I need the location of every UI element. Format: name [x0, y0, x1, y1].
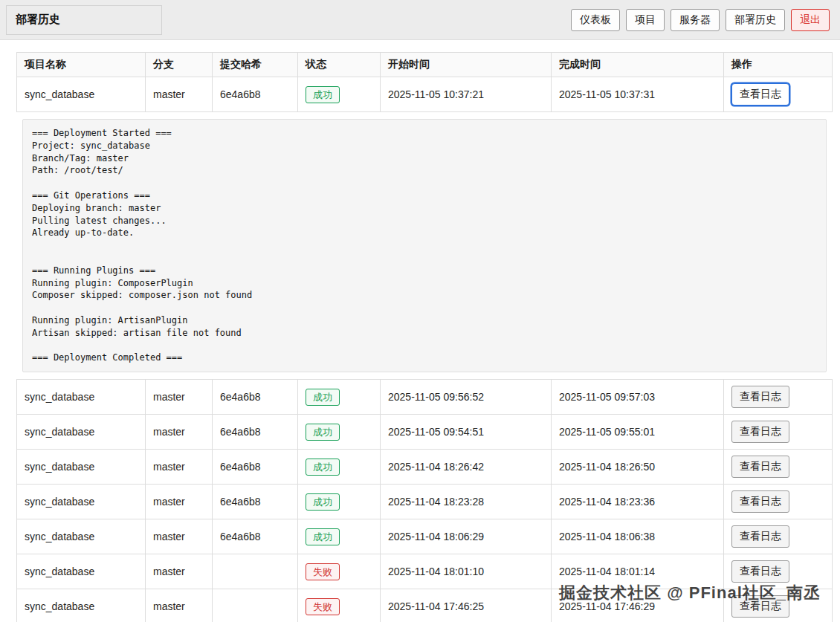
commit-hash-text: 6e4a6b8 [220, 461, 261, 473]
branch-text: master [153, 531, 185, 542]
project-name-text: sync_database [25, 496, 94, 508]
col-header-end-time: 完成时间 [552, 53, 724, 77]
view-log-button[interactable]: 查看日志 [731, 386, 789, 408]
action-cell: 查看日志 [724, 554, 833, 589]
branch-cell: master [146, 415, 213, 450]
project-name-cell: sync_database [17, 77, 146, 112]
commit-hash-text: 6e4a6b8 [220, 426, 261, 438]
end-time-text: 2025-11-05 09:55:01 [559, 426, 655, 438]
deployment-log-text: === Deployment Started === Project: sync… [32, 127, 817, 364]
status-badge: 成功 [306, 459, 340, 476]
end-time-text: 2025-11-04 18:01:14 [559, 566, 655, 577]
end-time-text: 2025-11-04 18:26:50 [559, 461, 655, 473]
commit-hash-text: 6e4a6b8 [220, 391, 261, 403]
project-name-text: sync_database [25, 600, 94, 612]
project-name-text: sync_database [25, 391, 94, 403]
end-time-cell: 2025-11-04 18:06:38 [552, 519, 724, 554]
commit-hash-cell: 6e4a6b8 [213, 519, 298, 554]
deploy-history-table-top: 项目名称 分支 提交哈希 状态 开始时间 完成时间 操作 sync_databa… [16, 52, 833, 112]
branch-cell: master [146, 450, 213, 485]
table-header-row: 项目名称 分支 提交哈希 状态 开始时间 完成时间 操作 [17, 53, 833, 77]
end-time-text: 2025-11-04 17:46:29 [559, 600, 655, 612]
commit-hash-cell [213, 589, 298, 622]
action-cell: 查看日志 [724, 589, 833, 622]
end-time-text: 2025-11-05 10:37:31 [559, 88, 655, 100]
start-time-cell: 2025-11-05 09:54:51 [381, 415, 552, 450]
deployment-log-panel: === Deployment Started === Project: sync… [22, 119, 827, 372]
branch-text: master [153, 426, 185, 438]
nav-deploy-history-button[interactable]: 部署历史 [726, 9, 785, 31]
branch-text: master [153, 600, 185, 612]
start-time-cell: 2025-11-04 18:23:28 [381, 485, 552, 519]
end-time-text: 2025-11-04 18:23:36 [559, 496, 655, 508]
project-name-text: sync_database [25, 531, 94, 542]
view-log-button[interactable]: 查看日志 [731, 560, 789, 583]
table-row: sync_database master 6e4a6b8 成功 2025-11-… [17, 450, 833, 485]
commit-hash-text: 6e4a6b8 [220, 531, 261, 542]
start-time-text: 2025-11-04 18:01:10 [388, 566, 484, 577]
view-log-button[interactable]: 查看日志 [731, 525, 789, 548]
action-cell: 查看日志 [724, 485, 833, 519]
start-time-text: 2025-11-04 18:06:29 [388, 531, 484, 542]
view-log-button[interactable]: 查看日志 [731, 421, 789, 443]
col-header-status: 状态 [298, 53, 381, 77]
action-cell: 查看日志 [724, 415, 833, 450]
status-cell: 失败 [298, 554, 381, 589]
project-name-cell: sync_database [17, 485, 146, 519]
table-row: sync_database master 6e4a6b8 成功 2025-11-… [17, 485, 833, 519]
col-header-actions: 操作 [724, 53, 833, 77]
commit-hash-cell [213, 554, 298, 589]
start-time-cell: 2025-11-04 18:06:29 [381, 519, 552, 554]
table-row: sync_database master 6e4a6b8 成功 2025-11-… [17, 380, 833, 415]
table-row: sync_database master 失败 2025-11-04 18:01… [17, 554, 833, 589]
table-row: sync_database master 失败 2025-11-04 17:46… [17, 589, 833, 622]
nav-dashboard-button[interactable]: 仪表板 [571, 9, 620, 31]
branch-text: master [153, 461, 185, 473]
end-time-cell: 2025-11-04 18:23:36 [552, 485, 724, 519]
table-row: sync_database master 6e4a6b8 成功 2025-11-… [17, 77, 833, 112]
project-name-text: sync_database [25, 566, 94, 577]
table-row: sync_database master 6e4a6b8 成功 2025-11-… [17, 415, 833, 450]
status-badge: 成功 [306, 389, 340, 406]
col-header-project-name: 项目名称 [17, 53, 146, 77]
status-badge: 成功 [306, 493, 340, 511]
status-cell: 失败 [298, 589, 381, 622]
view-log-button[interactable]: 查看日志 [731, 595, 789, 618]
branch-text: master [153, 88, 185, 100]
status-cell: 成功 [298, 77, 381, 112]
col-header-start-time: 开始时间 [381, 53, 552, 77]
start-time-text: 2025-11-05 09:56:52 [388, 391, 484, 403]
page-title: 部署历史 [6, 5, 162, 35]
view-log-button[interactable]: 查看日志 [731, 456, 789, 478]
commit-hash-cell: 6e4a6b8 [213, 450, 298, 485]
nav-server-button[interactable]: 服务器 [671, 9, 720, 31]
branch-cell: master [146, 519, 213, 554]
end-time-cell: 2025-11-05 09:55:01 [552, 415, 724, 450]
col-header-commit-hash: 提交哈希 [213, 53, 298, 77]
nav-logout-button[interactable]: 退出 [791, 9, 830, 31]
status-badge: 成功 [306, 528, 340, 545]
view-log-button[interactable]: 查看日志 [731, 83, 789, 106]
main-content: 项目名称 分支 提交哈希 状态 开始时间 完成时间 操作 sync_databa… [16, 52, 833, 622]
end-time-text: 2025-11-05 09:57:03 [559, 391, 655, 403]
end-time-cell: 2025-11-04 18:01:14 [552, 554, 724, 589]
end-time-cell: 2025-11-05 10:37:31 [552, 77, 724, 112]
action-cell: 查看日志 [724, 77, 833, 112]
table-row: sync_database master 6e4a6b8 成功 2025-11-… [17, 519, 833, 554]
deploy-history-table-rest: sync_database master 6e4a6b8 成功 2025-11-… [16, 379, 833, 622]
commit-hash-text: 6e4a6b8 [220, 496, 261, 508]
commit-hash-cell: 6e4a6b8 [213, 415, 298, 450]
end-time-cell: 2025-11-04 17:46:29 [552, 589, 724, 622]
nav-project-button[interactable]: 项目 [626, 9, 665, 31]
project-name-cell: sync_database [17, 415, 146, 450]
branch-text: master [153, 391, 185, 403]
view-log-button[interactable]: 查看日志 [731, 490, 789, 513]
branch-cell: master [146, 485, 213, 519]
end-time-cell: 2025-11-04 18:26:50 [552, 450, 724, 485]
action-cell: 查看日志 [724, 519, 833, 554]
branch-cell: master [146, 77, 213, 112]
action-cell: 查看日志 [724, 450, 833, 485]
start-time-cell: 2025-11-05 09:56:52 [381, 380, 552, 415]
status-cell: 成功 [298, 380, 381, 415]
project-name-text: sync_database [25, 461, 94, 473]
